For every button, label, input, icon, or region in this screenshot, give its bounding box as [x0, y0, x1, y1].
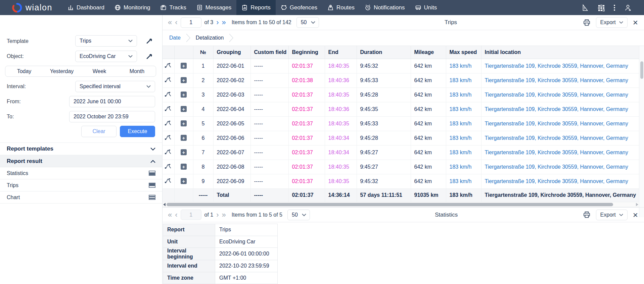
print-icon[interactable] [583, 19, 591, 26]
cell-max-speed[interactable]: 183 km/h [446, 160, 481, 174]
expand-row-button[interactable]: + [181, 149, 187, 155]
more-menu-icon[interactable] [614, 5, 615, 11]
report-result-section[interactable]: Report result [0, 155, 162, 167]
nav-item-notifications[interactable]: Notifications [360, 0, 410, 15]
show-track-icon[interactable] [165, 178, 172, 183]
cell-end[interactable]: 18:40:34 [325, 145, 357, 160]
cell-max-speed[interactable]: 183 km/h [446, 88, 481, 102]
object-settings-wrench-icon[interactable] [146, 53, 154, 61]
nav-item-tracks[interactable]: Tracks [155, 0, 191, 15]
scroll-right-icon[interactable] [636, 203, 638, 206]
result-item-chart[interactable]: Chart [0, 191, 162, 203]
result-item-statistics[interactable]: Statistics [0, 167, 162, 179]
vertical-scrollbar[interactable] [639, 46, 644, 217]
cell-beginning[interactable]: 02:01:37 [288, 102, 325, 116]
clear-button[interactable]: Clear [81, 126, 117, 137]
next-page-button[interactable]: › [216, 19, 219, 26]
export-button[interactable]: Export [596, 17, 628, 28]
cell-max-speed[interactable]: 183 km/h [446, 174, 481, 188]
expand-row-button[interactable]: + [181, 178, 187, 184]
from-date-field[interactable] [69, 96, 155, 107]
cell-end[interactable]: 18:40:36 [325, 73, 357, 88]
cell-max-speed[interactable]: 183 km/h [446, 145, 481, 160]
wialon-logo[interactable]: wialon [0, 0, 62, 15]
prev-page-button[interactable]: ‹ [175, 19, 177, 26]
next-page-button[interactable]: › [216, 212, 219, 218]
nav-item-units[interactable]: Units [410, 0, 442, 15]
close-panel-icon[interactable]: × [633, 211, 638, 219]
page-number-input[interactable] [181, 17, 201, 28]
last-page-button[interactable]: » [222, 19, 226, 26]
scroll-left-icon[interactable] [163, 203, 166, 206]
report-templates-section[interactable]: Report templates [0, 143, 162, 155]
first-page-button[interactable]: « [168, 212, 172, 218]
nav-item-monitoring[interactable]: Monitoring [109, 0, 155, 15]
expand-row-button[interactable]: + [181, 63, 187, 69]
show-track-icon[interactable] [165, 149, 172, 155]
horizontal-scrollbar[interactable] [163, 202, 639, 207]
cell-max-speed[interactable]: 183 km/h [446, 131, 481, 145]
cell-initial-location[interactable]: Tiergartenstraße 109, Kirchrode 30559, H… [481, 174, 639, 188]
to-date-field[interactable] [69, 111, 155, 122]
range-month-button[interactable]: Month [118, 66, 156, 76]
expand-row-button[interactable]: + [181, 164, 187, 170]
cell-beginning[interactable]: 02:01:38 [288, 73, 325, 88]
show-track-icon[interactable] [165, 164, 172, 169]
cell-initial-location[interactable]: Tiergartenstraße 109, Kirchrode 30559, H… [481, 59, 639, 73]
cell-beginning[interactable]: 02:01:37 [288, 59, 325, 73]
nav-item-messages[interactable]: Messages [191, 0, 236, 15]
cell-initial-location[interactable]: Tiergartenstraße 109, Kirchrode 30559, H… [481, 88, 639, 102]
page-size-select[interactable]: 50 [296, 17, 319, 28]
template-settings-wrench-icon[interactable] [146, 37, 154, 45]
expand-row-button[interactable]: + [181, 92, 187, 98]
result-item-trips[interactable]: Trips [0, 179, 162, 191]
cell-initial-location[interactable]: Tiergartenstraße 109, Kirchrode 30559, H… [481, 73, 639, 88]
cell-beginning[interactable]: 02:01:37 [288, 116, 325, 131]
cell-end[interactable]: 18:40:35 [325, 160, 357, 174]
to-date-input[interactable] [74, 114, 151, 120]
range-week-button[interactable]: Week [81, 66, 118, 76]
show-track-icon[interactable] [165, 106, 172, 111]
cell-initial-location[interactable]: Tiergartenstraße 109, Kirchrode 30559, H… [481, 116, 639, 131]
first-page-button[interactable]: « [168, 19, 172, 26]
show-track-icon[interactable] [165, 135, 172, 140]
cell-end[interactable]: 18:40:35 [325, 116, 357, 131]
cell-max-speed[interactable]: 183 km/h [446, 73, 481, 88]
show-track-icon[interactable] [165, 63, 172, 68]
prev-page-button[interactable]: ‹ [175, 212, 177, 218]
cell-beginning[interactable]: 02:01:37 [288, 131, 325, 145]
expand-row-button[interactable]: + [181, 120, 187, 126]
cell-end[interactable]: 18:40:35 [325, 59, 357, 73]
nav-item-routes[interactable]: Routes [322, 0, 360, 15]
cell-end[interactable]: 18:40:36 [325, 102, 357, 116]
execute-button[interactable]: Execute [120, 126, 155, 137]
measure-ruler-icon[interactable] [582, 4, 589, 11]
cell-end[interactable]: 18:40:34 [325, 131, 357, 145]
show-track-icon[interactable] [165, 92, 172, 97]
cell-initial-location[interactable]: Tiergartenstraße 109, Kirchrode 30559, H… [481, 102, 639, 116]
show-track-icon[interactable] [165, 77, 172, 82]
expand-row-button[interactable]: + [181, 77, 187, 83]
cell-initial-location[interactable]: Tiergartenstraße 109, Kirchrode 30559, H… [481, 145, 639, 160]
show-track-icon[interactable] [165, 120, 172, 126]
nav-item-dashboard[interactable]: Dashboard [62, 0, 109, 15]
tab-date[interactable]: Date [169, 35, 181, 41]
export-button[interactable]: Export [596, 210, 628, 220]
apps-grid-icon[interactable] [598, 4, 605, 11]
range-yesterday-button[interactable]: Yesterday [43, 66, 81, 76]
nav-item-geofences[interactable]: Geofences [276, 0, 322, 15]
page-size-select[interactable]: 50 [287, 210, 310, 220]
interval-select[interactable]: Specified interval [75, 81, 155, 92]
cell-max-speed[interactable]: 183 km/h [446, 59, 481, 73]
template-select[interactable]: Trips [75, 35, 137, 47]
cell-beginning[interactable]: 02:01:37 [288, 160, 325, 174]
vertical-scrollbar-thumb[interactable] [640, 61, 643, 79]
cell-end[interactable]: 18:40:35 [325, 88, 357, 102]
cell-max-speed[interactable]: 183 km/h [446, 102, 481, 116]
cell-initial-location[interactable]: Tiergartenstraße 109, Kirchrode 30559, H… [481, 131, 639, 145]
expand-row-button[interactable]: + [181, 106, 187, 112]
page-number-input[interactable] [181, 210, 201, 220]
cell-beginning[interactable]: 02:01:37 [288, 88, 325, 102]
user-account-icon[interactable] [624, 4, 632, 12]
expand-row-button[interactable]: + [181, 135, 187, 141]
